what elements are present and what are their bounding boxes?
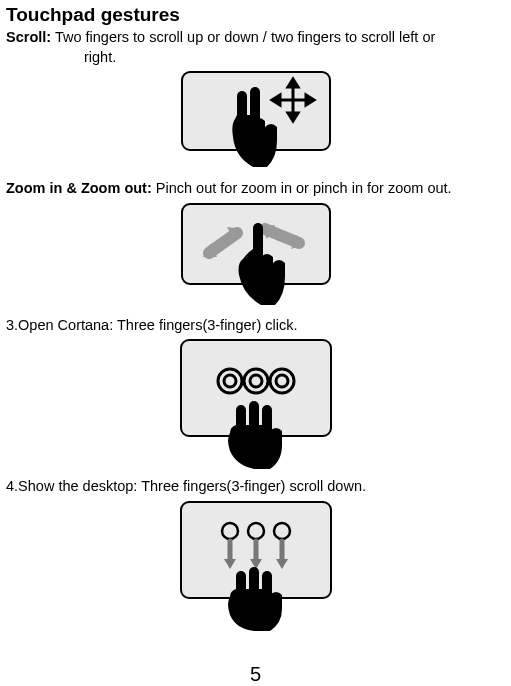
gesture-scroll-label: Scroll: [6,29,51,45]
gesture-zoom-label: Zoom in & Zoom out: [6,180,152,196]
three-finger-swipe-down-icon [180,501,332,631]
pinch-zoom-icon [181,203,331,308]
gesture-zoom-figure [6,203,505,308]
gesture-zoom-desc: Pinch out for zoom in or pinch in for zo… [156,180,452,196]
gesture-desktop-desc: 4.Show the desktop: Three fingers(3-fing… [6,478,366,494]
gesture-cortana-desc: 3.Open Cortana: Three fingers(3-finger) … [6,317,297,333]
gesture-zoom-text: Zoom in & Zoom out: Pinch out for zoom i… [6,179,505,199]
three-finger-click-icon [180,339,332,469]
page-number: 5 [0,663,511,686]
gesture-cortana-figure [6,339,505,469]
gesture-scroll-desc: Two fingers to scroll up or down / two f… [55,29,435,45]
gesture-scroll-figure [6,71,505,171]
gesture-scroll-text: Scroll: Two fingers to scroll up or down… [6,28,505,67]
page-title: Touchpad gestures [6,4,505,26]
gesture-cortana-text: 3.Open Cortana: Three fingers(3-finger) … [6,316,505,336]
gesture-scroll-desc-cont: right. [6,48,505,68]
gesture-desktop-text: 4.Show the desktop: Three fingers(3-fing… [6,477,505,497]
two-finger-scroll-icon [181,71,331,171]
gesture-desktop-figure [6,501,505,631]
